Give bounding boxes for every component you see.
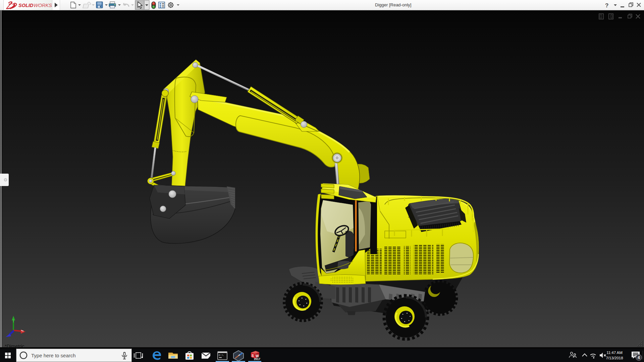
svg-text:C:\: C:\ bbox=[219, 354, 224, 357]
svg-text:S: S bbox=[252, 354, 254, 358]
svg-text:4: 4 bbox=[638, 355, 640, 360]
svg-text:2017: 2017 bbox=[254, 357, 260, 361]
svg-text:WORKS: WORKS bbox=[34, 3, 52, 8]
svg-text:SOLID: SOLID bbox=[18, 3, 34, 8]
svg-text:?: ? bbox=[605, 2, 608, 9]
